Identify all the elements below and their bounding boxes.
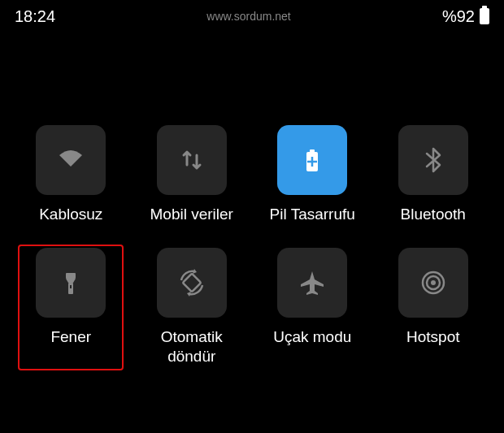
tile-wifi: Kablosuz [18, 122, 124, 228]
wifi-button[interactable] [36, 125, 106, 195]
status-battery: %92 [442, 7, 489, 26]
battery-saver-icon [296, 144, 328, 176]
svg-rect-4 [70, 285, 72, 288]
status-bar: 18:24 www.sordum.net %92 [0, 0, 504, 32]
battery-icon [480, 8, 489, 24]
mobile-data-label: Mobil veriler [150, 205, 233, 225]
flashlight-label: Fener [50, 327, 91, 348]
flashlight-icon [54, 266, 87, 299]
wifi-label: Kablosuz [39, 205, 102, 225]
hotspot-icon [417, 266, 450, 299]
svg-rect-2 [66, 273, 76, 279]
flashlight-button[interactable] [36, 248, 106, 318]
mobile-data-icon [176, 144, 208, 176]
hotspot-button[interactable] [398, 248, 468, 318]
wifi-icon [54, 144, 87, 176]
airplane-label: Uçak modu [273, 327, 351, 348]
status-url: www.sordum.net [206, 10, 290, 23]
battery-saver-label: Pil Tasarrufu [270, 205, 355, 225]
tile-bluetooth: Bluetooth [380, 122, 486, 228]
hotspot-label: Hotspot [406, 327, 459, 348]
tile-hotspot: Hotspot [380, 245, 486, 370]
bluetooth-icon [417, 144, 450, 176]
quick-settings-panel: Kablosuz Mobil veriler Pil Tasarrufu [0, 32, 504, 370]
tile-mobile-data: Mobil veriler [139, 122, 245, 228]
airplane-button[interactable] [277, 248, 347, 318]
tile-airplane: Uçak modu [259, 245, 365, 370]
status-time: 18:24 [15, 7, 55, 26]
quick-settings-grid: Kablosuz Mobil veriler Pil Tasarrufu [16, 122, 488, 370]
svg-rect-5 [182, 273, 201, 292]
battery-saver-button[interactable] [277, 125, 347, 195]
svg-point-6 [431, 280, 436, 285]
auto-rotate-label: Otomatik döndür [142, 327, 241, 367]
auto-rotate-button[interactable] [157, 248, 227, 318]
battery-percent: %92 [442, 7, 475, 26]
mobile-data-button[interactable] [157, 125, 227, 195]
tile-auto-rotate: Otomatik döndür [139, 245, 245, 370]
tile-battery-saver: Pil Tasarrufu [259, 122, 365, 228]
airplane-icon [296, 266, 328, 299]
tile-flashlight: Fener [18, 245, 124, 370]
bluetooth-button[interactable] [398, 125, 468, 195]
bluetooth-label: Bluetooth [401, 205, 466, 225]
auto-rotate-icon [176, 266, 208, 299]
svg-rect-1 [310, 149, 315, 153]
